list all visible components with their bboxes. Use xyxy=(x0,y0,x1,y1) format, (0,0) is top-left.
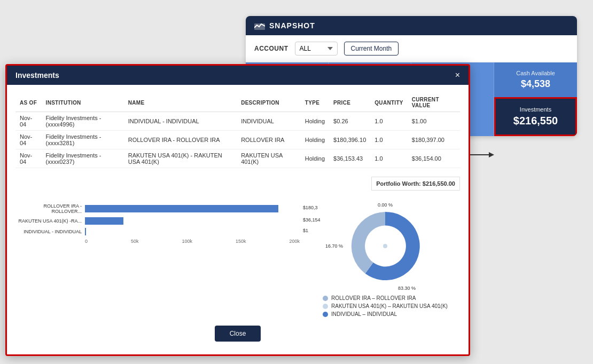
bar-fill xyxy=(85,217,123,225)
col-current-value: CURRENT VALUE xyxy=(408,93,460,112)
col-quantity: QUANTITY xyxy=(370,93,408,112)
bar-label: ROLLOVER IRA -ROLLOVER... xyxy=(15,203,85,214)
snapshot-toolbar: ACCOUNT ALL Current Month xyxy=(246,35,577,62)
cell-desc: RAKUTEN USA 401(K) xyxy=(237,149,301,168)
cell-institution: Fidelity Investments - (xxxx4996) xyxy=(42,112,124,131)
legend-label-rakuten: RAKUTEN USA 401(K) – RAKUTEN USA 401(K) xyxy=(331,303,448,309)
modal-title: Investments xyxy=(15,71,59,80)
cell-qty: 1.0 xyxy=(370,149,408,168)
donut-wrapper: 0.00 % 16.70 % 83.30 % xyxy=(342,203,428,289)
cell-date: Nov-04 xyxy=(15,149,42,168)
snapshot-header: SNAPSHOT xyxy=(246,16,577,35)
donut-svg xyxy=(342,203,428,289)
cell-date: Nov-04 xyxy=(15,112,42,131)
donut-label-bottom: 83.30 % xyxy=(398,286,416,291)
close-button[interactable]: Close xyxy=(215,326,261,342)
investments-highlight-title: Investments xyxy=(502,106,569,113)
legend-dot-rakuten xyxy=(323,304,328,309)
donut-chart: 0.00 % 16.70 % 83.30 % ROL xyxy=(310,203,460,319)
portfolio-worth: Portfolio Worth: $216,550.00 xyxy=(371,177,460,191)
portfolio-worth-row: Portfolio Worth: $216,550.00 xyxy=(15,177,460,197)
cell-value: $180,397.00 xyxy=(408,131,460,149)
arrow-indicator xyxy=(467,149,494,162)
cell-name: RAKUTEN USA 401(K) - RAKUTEN USA 401(K) xyxy=(124,149,237,168)
col-type: TYPE xyxy=(301,93,329,112)
donut-legend: ROLLOVER IRA – ROLLOVER IRA RAKUTEN USA … xyxy=(323,295,448,319)
bar-container: $36,154 xyxy=(85,217,300,225)
bar-row-individual: INDIVIDUAL - INDIVIDUAL $1 xyxy=(15,228,300,235)
svg-point-3 xyxy=(383,244,387,248)
col-institution: INSTITUTION xyxy=(42,93,124,112)
table-row: Nov-04 Fidelity Investments - (xxxx4996)… xyxy=(15,112,460,131)
cell-price: $0.26 xyxy=(329,112,370,131)
cell-price: $180,396.10 xyxy=(329,131,370,149)
bar-value: $180,3 xyxy=(303,205,318,210)
snapshot-title: SNAPSHOT xyxy=(269,21,315,30)
cell-name: ROLLOVER IRA - ROLLOVER IRA xyxy=(124,131,237,149)
modal-close-button[interactable]: × xyxy=(455,71,460,80)
bar-label: RAKUTEN USA 401(K) -RA... xyxy=(15,218,85,224)
cell-type: Holding xyxy=(301,112,329,131)
cell-qty: 1.0 xyxy=(370,112,408,131)
bar-fill xyxy=(85,228,86,235)
account-select[interactable]: ALL xyxy=(295,42,338,56)
donut-label-top: 0.00 % xyxy=(378,202,393,208)
col-as-of: AS OF xyxy=(15,93,42,112)
cell-value: $1.00 xyxy=(408,112,460,131)
cash-title: Cash Available xyxy=(501,70,571,76)
account-label: ACCOUNT xyxy=(254,45,288,52)
cell-desc: ROLLOVER IRA xyxy=(237,131,301,149)
col-description: DESCRIPTION xyxy=(237,93,301,112)
legend-item-rollover: ROLLOVER IRA – ROLLOVER IRA xyxy=(323,295,448,301)
investments-highlight-card[interactable]: Investments $216,550 xyxy=(494,97,577,136)
cell-price: $36,153.43 xyxy=(329,149,370,168)
bar-chart: ROLLOVER IRA -ROLLOVER... $180,3 RAKUTEN… xyxy=(15,203,300,319)
cash-value: $4,538 xyxy=(501,78,571,90)
cell-institution: Fidelity Investments - (xxxx3281) xyxy=(42,131,124,149)
cell-type: Holding xyxy=(301,131,329,149)
charts-section: ROLLOVER IRA -ROLLOVER... $180,3 RAKUTEN… xyxy=(15,203,460,319)
cell-name: INDIVIDUAL - INDIVIDUAL xyxy=(124,112,237,131)
col-price: PRICE xyxy=(329,93,370,112)
investments-table: AS OF INSTITUTION NAME DESCRIPTION TYPE … xyxy=(15,93,460,168)
legend-item-individual: INDIVIDUAL – INDIVIDUAL xyxy=(323,311,448,317)
legend-label-rollover: ROLLOVER IRA – ROLLOVER IRA xyxy=(331,295,416,301)
cell-desc: INDIVIDUAL xyxy=(237,112,301,131)
table-row: Nov-04 Fidelity Investments - (xxxx0237)… xyxy=(15,149,460,168)
cell-qty: 1.0 xyxy=(370,131,408,149)
cash-card: Cash Available $4,538 xyxy=(494,62,577,97)
col-name: NAME xyxy=(124,93,237,112)
cell-value: $36,154.00 xyxy=(408,149,460,168)
investments-modal: Investments × AS OF INSTITUTION NAME DES… xyxy=(5,64,470,356)
cell-date: Nov-04 xyxy=(15,131,42,149)
legend-dot-individual xyxy=(323,312,328,317)
svg-marker-2 xyxy=(489,152,494,157)
donut-label-left: 16.70 % xyxy=(325,243,343,249)
modal-header: Investments × xyxy=(7,66,469,85)
table-row: Nov-04 Fidelity Investments - (xxxx3281)… xyxy=(15,131,460,149)
snapshot-icon xyxy=(254,21,265,30)
current-month-button[interactable]: Current Month xyxy=(344,42,399,56)
modal-body: AS OF INSTITUTION NAME DESCRIPTION TYPE … xyxy=(7,85,469,354)
bar-row-rakuten: RAKUTEN USA 401(K) -RA... $36,154 xyxy=(15,217,300,225)
legend-item-rakuten: RAKUTEN USA 401(K) – RAKUTEN USA 401(K) xyxy=(323,303,448,309)
bar-value: $36,154 xyxy=(303,217,321,223)
legend-label-individual: INDIVIDUAL – INDIVIDUAL xyxy=(331,311,397,317)
bar-container: $180,3 xyxy=(85,205,300,212)
investments-highlight-value: $216,550 xyxy=(502,115,569,127)
bar-row-rollover: ROLLOVER IRA -ROLLOVER... $180,3 xyxy=(15,203,300,214)
legend-dot-rollover xyxy=(323,296,328,301)
close-button-row: Close xyxy=(15,319,460,346)
bar-label: INDIVIDUAL - INDIVIDUAL xyxy=(15,229,85,234)
bar-container: $1 xyxy=(85,228,300,235)
cell-type: Holding xyxy=(301,149,329,168)
bar-axis: 0 50k 100k 150k 200k xyxy=(85,239,300,244)
bar-fill xyxy=(85,205,278,212)
cell-institution: Fidelity Investments - (xxxx0237) xyxy=(42,149,124,168)
bar-value: $1 xyxy=(303,228,308,233)
